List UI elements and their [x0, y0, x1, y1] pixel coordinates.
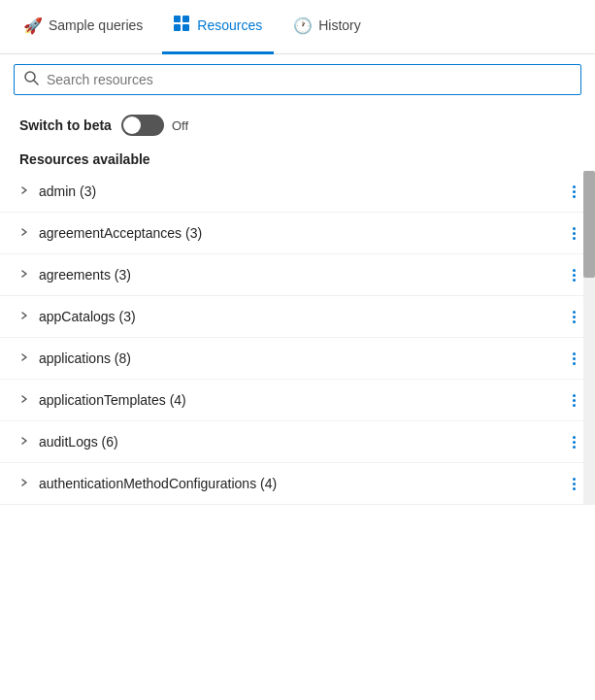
- chevron-icon: [19, 435, 29, 449]
- tab-bar: 🚀 Sample queries Resources 🕐 History: [0, 0, 595, 54]
- beta-toggle[interactable]: [121, 115, 164, 136]
- search-input[interactable]: [47, 72, 571, 87]
- chevron-icon: [19, 184, 29, 198]
- chevron-icon: [19, 226, 29, 240]
- tab-resources[interactable]: Resources: [162, 0, 274, 54]
- tab-history[interactable]: 🕐 History: [281, 0, 373, 54]
- more-options-button[interactable]: [569, 394, 579, 407]
- resource-item[interactable]: auditLogs (6): [0, 421, 595, 463]
- chevron-icon: [19, 268, 29, 282]
- resource-list: admin (3) agreementAcceptances (3) agree…: [0, 171, 595, 505]
- svg-rect-2: [174, 24, 181, 31]
- search-icon: [24, 71, 39, 88]
- beta-label: Switch to beta: [19, 117, 112, 133]
- more-options-button[interactable]: [569, 311, 579, 323]
- more-options-button[interactable]: [569, 352, 579, 365]
- beta-section: Switch to beta Off: [0, 105, 595, 144]
- resources-icon: [174, 16, 191, 35]
- resource-item[interactable]: authenticationMethodConfigurations (4): [0, 463, 595, 505]
- search-bar: [14, 64, 581, 95]
- chevron-icon: [19, 477, 29, 490]
- resource-item[interactable]: agreementAcceptances (3): [0, 213, 595, 254]
- scrollbar-thumb[interactable]: [583, 171, 595, 278]
- tab-history-label: History: [318, 17, 361, 33]
- resource-item[interactable]: agreements (3): [0, 254, 595, 296]
- resource-item[interactable]: appCatalogs (3): [0, 296, 595, 338]
- svg-rect-0: [174, 16, 181, 22]
- resource-name: applicationTemplates (4): [39, 392, 569, 408]
- sample-queries-icon: 🚀: [23, 17, 43, 35]
- tab-sample-queries-label: Sample queries: [49, 17, 143, 33]
- resource-name: authenticationMethodConfigurations (4): [39, 476, 569, 491]
- chevron-icon: [19, 351, 29, 365]
- more-options-button[interactable]: [569, 227, 579, 240]
- more-options-button[interactable]: [569, 478, 579, 490]
- history-icon: 🕐: [293, 17, 313, 35]
- resource-name: agreements (3): [39, 267, 569, 283]
- scroll-container: admin (3) agreementAcceptances (3) agree…: [0, 171, 595, 505]
- resource-name: admin (3): [39, 183, 569, 199]
- toggle-wrap: Off: [121, 115, 188, 136]
- resource-name: agreementAcceptances (3): [39, 225, 569, 241]
- svg-line-5: [34, 81, 38, 84]
- chevron-icon: [19, 393, 29, 407]
- tab-sample-queries[interactable]: 🚀 Sample queries: [12, 0, 154, 54]
- chevron-icon: [19, 310, 29, 323]
- svg-rect-1: [182, 16, 189, 22]
- toggle-state-label: Off: [172, 118, 188, 133]
- resource-item[interactable]: applications (8): [0, 338, 595, 380]
- more-options-button[interactable]: [569, 436, 579, 449]
- resource-item[interactable]: admin (3): [0, 171, 595, 213]
- resource-item[interactable]: applicationTemplates (4): [0, 380, 595, 421]
- more-options-button[interactable]: [569, 185, 579, 198]
- resource-name: appCatalogs (3): [39, 309, 569, 324]
- svg-rect-3: [182, 24, 189, 31]
- resources-header: Resources available: [0, 144, 595, 171]
- scrollbar-track: [583, 171, 595, 505]
- resource-name: applications (8): [39, 350, 569, 366]
- tab-resources-label: Resources: [197, 17, 262, 33]
- more-options-button[interactable]: [569, 269, 579, 282]
- resource-name: auditLogs (6): [39, 434, 569, 450]
